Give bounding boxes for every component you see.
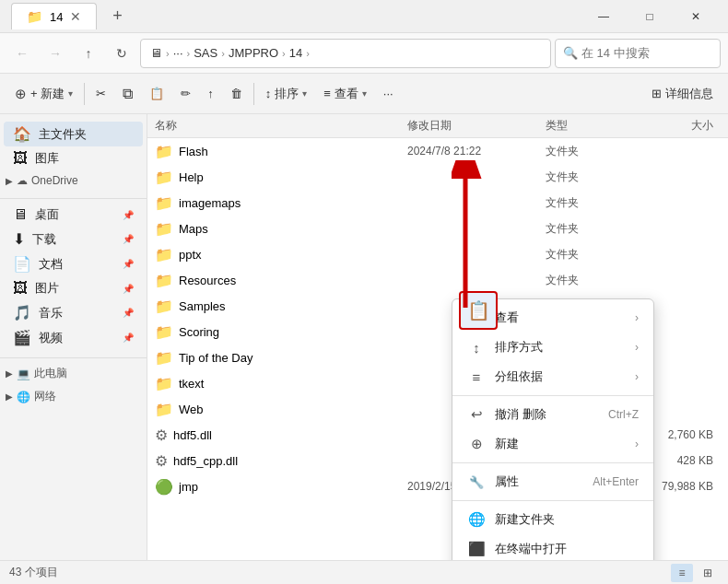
filename-jmp: jmp [179, 480, 407, 494]
header-date[interactable]: 修改日期 [407, 118, 546, 134]
sidebar-item-documents[interactable]: 📄 文档 📌 [4, 251, 143, 276]
sidebar-item-gallery[interactable]: 🖼 图库 [4, 146, 143, 170]
breadcrumb[interactable]: 🖥 › ··· › SAS › JMPPRO › 14 › [140, 39, 551, 68]
new-tab-button[interactable]: + [104, 4, 130, 29]
header-size[interactable]: 大小 [638, 118, 721, 134]
ctx-item-newfolder[interactable]: 🌐 新建文件夹 [452, 505, 653, 534]
ctx-props-label: 属性 [495, 473, 583, 490]
sidebar-expand-network[interactable]: ▶ 🌐 网络 [0, 385, 147, 408]
sort-button[interactable]: ↕ 排序 ▾ [258, 79, 315, 109]
addr-icon: 🖥 [150, 46, 162, 60]
delete-icon: 🗑 [230, 87, 242, 100]
ctx-sort-arrow: › [635, 341, 639, 354]
folder-icon-flash: 📁 [155, 143, 173, 160]
sidebar-item-home[interactable]: 🏠 主文件夹 [4, 122, 143, 146]
expand-icon-thispc: ▶ [6, 368, 13, 379]
file-row-maps[interactable]: 📁 Maps 文件夹 [147, 216, 728, 241]
pin-icon-documents: 📌 [123, 259, 134, 269]
ctx-props-shortcut: Alt+Enter [593, 475, 639, 488]
file-row-pptx[interactable]: 📁 pptx 文件夹 [147, 241, 728, 267]
crumb-sas[interactable]: SAS [194, 46, 217, 60]
header-name[interactable]: 名称 [155, 118, 407, 134]
refresh-button[interactable]: ↻ [107, 39, 136, 68]
filename-imagemaps: imagemaps [179, 196, 407, 210]
ctx-terminal-label: 在终端中打开 [495, 541, 639, 557]
forward-button[interactable]: → [41, 39, 70, 68]
crumb-more[interactable]: ··· [173, 46, 183, 60]
sidebar-item-desktop[interactable]: 🖥 桌面 📌 [4, 203, 143, 227]
main-content: 🏠 主文件夹 🖼 图库 ▶ ☁ OneDrive 🖥 桌面 📌 ⬇ 下载 📌 📄… [0, 114, 728, 560]
thispc-icon: 💻 [17, 368, 30, 380]
copy-button[interactable]: ⧉ [115, 79, 140, 109]
file-row-imagemaps[interactable]: 📁 imagemaps 文件夹 [147, 190, 728, 216]
ctx-item-view[interactable]: 👁 查看 › [452, 303, 653, 333]
sidebar-label-music: 音乐 [39, 305, 63, 321]
sidebar-label-documents: 文档 [39, 256, 63, 273]
statusbar: 43 个项目 ≡ ⊞ [0, 560, 728, 584]
sidebar-label-pictures: 图片 [35, 280, 59, 297]
file-row-help[interactable]: 📁 Help 文件夹 [147, 164, 728, 190]
new-icon: ⊕ [15, 86, 27, 102]
cut-button[interactable]: ✂ [88, 79, 113, 109]
gallery-icon: 🖼 [13, 150, 28, 167]
share-button[interactable]: ↑ [200, 79, 221, 109]
file-row-flash[interactable]: 📁 Flash 2024/7/8 21:22 文件夹 [147, 138, 728, 164]
ctx-sep-1 [452, 395, 653, 396]
cloud-icon: ☁ [17, 174, 28, 187]
paste-button[interactable]: 📋 [142, 79, 171, 109]
view-label: 查看 [335, 86, 358, 102]
crumb-jmppro[interactable]: JMPPRO [229, 46, 278, 60]
ctx-item-props[interactable]: 🔧 属性 Alt+Enter [452, 467, 653, 496]
file-row-resources[interactable]: 📁 Resources 文件夹 [147, 267, 728, 293]
detail-view-button[interactable]: ⊞ [697, 564, 719, 582]
maximize-button[interactable]: □ [628, 0, 671, 33]
close-button[interactable]: ✕ [675, 0, 717, 33]
filetype-resources: 文件夹 [546, 273, 638, 288]
sidebar-item-pictures[interactable]: 🖼 图片 📌 [4, 276, 143, 300]
header-type[interactable]: 类型 [546, 118, 638, 134]
rename-button[interactable]: ✏ [173, 79, 198, 109]
ctx-new-icon: ⊕ [467, 436, 486, 452]
search-input[interactable] [581, 46, 712, 60]
up-button[interactable]: ↑ [74, 39, 103, 68]
expand-icon-onedrive: ▶ [6, 176, 13, 186]
detail-button[interactable]: ⊞ 详细信息 [644, 79, 721, 109]
toolbar-separator-1 [84, 83, 85, 105]
filename-resources: Resources [179, 274, 407, 287]
videos-icon: 🎬 [13, 329, 31, 346]
tab-close-button[interactable]: ✕ [70, 9, 81, 24]
sidebar-item-videos[interactable]: 🎬 视频 📌 [4, 325, 143, 350]
delete-button[interactable]: 🗑 [223, 79, 250, 109]
tab-14[interactable]: 📁 14 ✕ [11, 3, 97, 29]
filename-samples: Samples [179, 299, 407, 313]
more-options-button[interactable]: ··· [376, 79, 401, 109]
list-view-button[interactable]: ≡ [671, 564, 693, 582]
filetype-flash: 文件夹 [546, 144, 638, 159]
new-button[interactable]: ⊕ + 新建 ▾ [7, 79, 80, 109]
filetype-help: 文件夹 [546, 169, 638, 185]
ctx-group-icon: ≡ [467, 369, 486, 385]
ctx-undo-label: 撤消 删除 [495, 406, 599, 423]
toolbar-separator-2 [253, 83, 254, 105]
ctx-item-terminal[interactable]: ⬛ 在终端中打开 [452, 534, 653, 560]
back-button[interactable]: ← [7, 39, 37, 68]
detail-label: 详细信息 [665, 86, 713, 102]
crumb-14[interactable]: 14 [289, 46, 302, 60]
minimize-button[interactable]: — [582, 0, 625, 33]
view-button[interactable]: ≡ 查看 ▾ [316, 79, 374, 109]
window-controls: — □ ✕ [582, 0, 717, 33]
search-bar[interactable]: 🔍 [555, 39, 721, 68]
sidebar-expand-thispc[interactable]: ▶ 💻 此电脑 [0, 362, 147, 385]
ctx-item-group[interactable]: ≡ 分组依据 › [452, 362, 653, 391]
network-icon: 🌐 [17, 391, 30, 403]
ctx-view-label: 查看 [495, 310, 626, 326]
sidebar-item-music[interactable]: 🎵 音乐 📌 [4, 300, 143, 325]
ctx-item-new[interactable]: ⊕ 新建 › [452, 429, 653, 459]
ctx-group-label: 分组依据 [495, 368, 626, 385]
ctx-item-sort[interactable]: ↕ 排序方式 › [452, 333, 653, 362]
folder-icon-web: 📁 [155, 401, 173, 418]
sidebar-expand-onedrive[interactable]: ▶ ☁ OneDrive [0, 170, 147, 191]
ctx-item-undo[interactable]: ↩ 撤消 删除 Ctrl+Z [452, 400, 653, 429]
sidebar: 🏠 主文件夹 🖼 图库 ▶ ☁ OneDrive 🖥 桌面 📌 ⬇ 下载 📌 📄… [0, 114, 147, 560]
sidebar-item-downloads[interactable]: ⬇ 下载 📌 [4, 227, 143, 251]
